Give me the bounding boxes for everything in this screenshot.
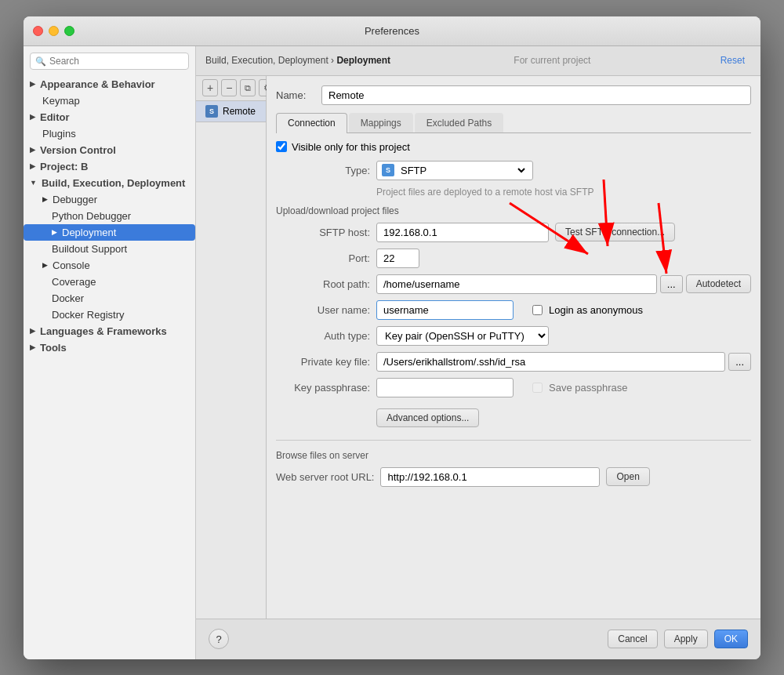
- maximize-button[interactable]: [64, 26, 74, 36]
- port-row: Port:: [276, 249, 751, 268]
- autodetect-button[interactable]: Autodetect: [686, 274, 751, 293]
- ok-button[interactable]: OK: [714, 630, 748, 648]
- help-button[interactable]: ?: [209, 629, 229, 649]
- chevron-right-icon: ▶: [30, 80, 35, 88]
- chevron-right-icon: ▶: [52, 228, 57, 236]
- root-path-browse-button[interactable]: ...: [660, 275, 683, 293]
- server-list-item[interactable]: S Remote: [196, 101, 266, 122]
- advanced-row: Advanced options...: [376, 408, 751, 427]
- breadcrumb: Build, Execution, Deployment › Deploymen…: [205, 55, 390, 66]
- private-key-input[interactable]: [376, 352, 725, 372]
- sidebar-item-build-exec[interactable]: ▼ Build, Execution, Deployment: [24, 175, 195, 191]
- server-name: Remote: [223, 106, 256, 117]
- server-toolbar: + − ⧉ ⚙: [196, 76, 266, 101]
- sidebar-item-python-debugger[interactable]: Python Debugger: [24, 208, 195, 224]
- search-bar: 🔍: [30, 53, 189, 70]
- advanced-options-button[interactable]: Advanced options...: [376, 408, 479, 427]
- visible-only-checkbox[interactable]: [276, 141, 287, 152]
- add-server-button[interactable]: +: [202, 79, 218, 96]
- copy-server-button[interactable]: ⧉: [240, 79, 256, 96]
- passphrase-input[interactable]: [376, 378, 514, 397]
- sidebar-item-docker-registry[interactable]: Docker Registry: [24, 307, 195, 323]
- chevron-right-icon: ▶: [30, 146, 35, 154]
- root-path-label: Root path:: [276, 278, 370, 290]
- sidebar-item-coverage[interactable]: Coverage: [24, 274, 195, 290]
- sidebar-item-editor[interactable]: ▶ Editor: [24, 109, 195, 125]
- type-dropdown[interactable]: SFTP: [397, 164, 528, 177]
- open-button[interactable]: Open: [606, 467, 649, 486]
- tab-connection[interactable]: Connection: [276, 113, 347, 133]
- sidebar-item-debugger[interactable]: ▶ Debugger: [24, 191, 195, 208]
- save-passphrase-checkbox[interactable]: [532, 383, 543, 393]
- anonymous-label: Login as anonymous: [549, 304, 643, 316]
- sidebar-item-plugins[interactable]: Plugins: [24, 125, 195, 142]
- root-path-input[interactable]: [376, 274, 657, 294]
- web-root-input[interactable]: [380, 467, 600, 487]
- traffic-lights: [33, 26, 74, 36]
- sidebar-item-languages[interactable]: ▶ Languages & Frameworks: [24, 323, 195, 339]
- apply-button[interactable]: Apply: [664, 630, 708, 648]
- sidebar-item-appearance[interactable]: ▶ Appearance & Behavior: [24, 76, 195, 93]
- sidebar-item-docker[interactable]: Docker: [24, 290, 195, 307]
- anonymous-checkbox[interactable]: [532, 305, 543, 315]
- sidebar-item-buildout-support[interactable]: Buildout Support: [24, 241, 195, 257]
- sidebar-item-project-b[interactable]: ▶ Project: B: [24, 158, 195, 175]
- upload-section-label: Upload/download project files: [276, 205, 751, 216]
- browse-section: Browse files on server Web server root U…: [276, 440, 751, 487]
- breadcrumb-bar: Build, Execution, Deployment › Deploymen…: [196, 46, 760, 76]
- bottom-bar: ? Cancel Apply OK: [196, 619, 760, 659]
- passphrase-label: Key passphrase:: [276, 382, 370, 394]
- remove-server-button[interactable]: −: [221, 79, 237, 96]
- private-key-browse-row: ...: [376, 352, 751, 372]
- tab-excluded-paths[interactable]: Excluded Paths: [415, 113, 503, 132]
- private-key-browse-button[interactable]: ...: [728, 353, 751, 371]
- sidebar-item-version-control[interactable]: ▶ Version Control: [24, 142, 195, 158]
- test-connection-button[interactable]: Test SFTP connection...: [555, 223, 675, 241]
- web-root-row: Web server root URL: Open: [276, 467, 751, 487]
- tabs-bar: Connection Mappings Excluded Paths: [276, 113, 751, 133]
- private-key-label: Private key file:: [276, 356, 370, 368]
- server-list-panel: + − ⧉ ⚙ S Remote: [196, 76, 267, 619]
- sidebar-item-deployment[interactable]: ▶ Deployment: [24, 224, 195, 241]
- main-layout: 🔍 ▶ Appearance & Behavior Keymap ▶ Edito…: [24, 46, 760, 659]
- sidebar-item-console[interactable]: ▶ Console: [24, 257, 195, 274]
- sidebar-item-tools[interactable]: ▶ Tools: [24, 339, 195, 356]
- chevron-right-icon: ▶: [42, 195, 48, 203]
- type-row: Type: S SFTP: [276, 161, 751, 180]
- chevron-right-icon: ▶: [30, 327, 35, 335]
- visible-only-row: Visible only for this project: [276, 141, 751, 153]
- type-label: Type:: [276, 165, 370, 176]
- cancel-button[interactable]: Cancel: [608, 630, 657, 648]
- save-passphrase-label: Save passphrase: [549, 382, 627, 394]
- tab-mappings[interactable]: Mappings: [349, 113, 413, 132]
- chevron-right-icon: ▶: [30, 162, 35, 170]
- window-title: Preferences: [365, 25, 419, 37]
- close-button[interactable]: [33, 26, 43, 36]
- minimize-button[interactable]: [49, 26, 59, 36]
- passphrase-row: Key passphrase: Save passphrase: [276, 378, 751, 397]
- web-root-label: Web server root URL:: [276, 471, 374, 483]
- search-input[interactable]: [30, 53, 189, 70]
- bottom-buttons: Cancel Apply OK: [608, 630, 748, 648]
- type-select-container: S SFTP: [376, 161, 533, 180]
- private-key-row: Private key file: ...: [276, 352, 751, 372]
- sftp-host-row: SFTP host: Test SFTP connection...: [276, 223, 751, 242]
- chevron-right-icon: ▶: [30, 113, 35, 121]
- content-area: + − ⧉ ⚙ S Remote Name:: [196, 76, 760, 619]
- sidebar-item-keymap[interactable]: Keymap: [24, 93, 195, 109]
- connection-tab-content: Visible only for this project Type: S SF…: [276, 141, 751, 493]
- breadcrumb-project: For current project: [514, 55, 590, 66]
- port-input[interactable]: [376, 249, 419, 268]
- sftp-host-input[interactable]: [376, 223, 549, 242]
- sidebar: 🔍 ▶ Appearance & Behavior Keymap ▶ Edito…: [24, 46, 196, 659]
- port-label: Port:: [276, 252, 370, 264]
- username-row: User name: Login as anonymous: [276, 300, 751, 320]
- reset-button[interactable]: Reset: [714, 53, 751, 68]
- name-label: Name:: [276, 89, 315, 101]
- auth-type-row: Auth type: Key pair (OpenSSH or PuTTY): [276, 326, 751, 346]
- name-input[interactable]: [321, 85, 751, 105]
- username-input[interactable]: [376, 300, 514, 320]
- auth-type-select[interactable]: Key pair (OpenSSH or PuTTY): [376, 326, 549, 346]
- browse-section-label: Browse files on server: [276, 450, 751, 461]
- search-icon: 🔍: [35, 56, 46, 66]
